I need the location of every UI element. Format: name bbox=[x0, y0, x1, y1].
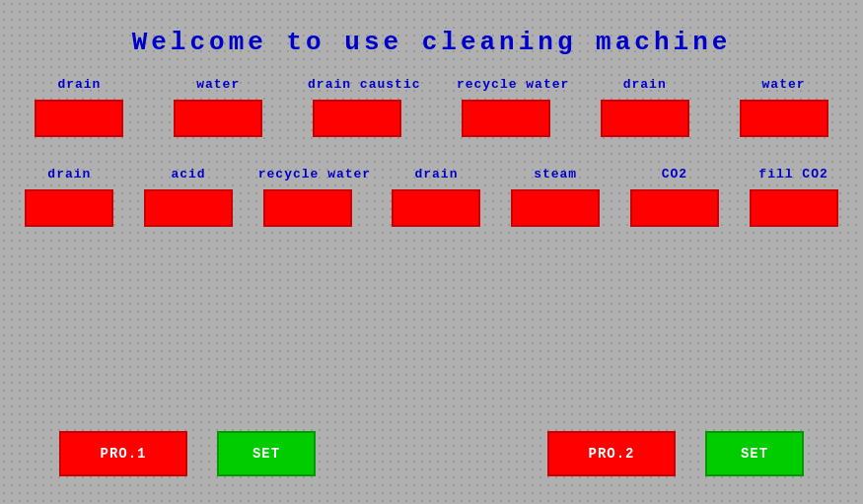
label-drain-caustic: drain caustic bbox=[308, 77, 406, 92]
bottom-group-1: PRO.1 SET bbox=[59, 431, 316, 476]
row1-labels: drain water drain caustic recycle water … bbox=[0, 77, 863, 92]
label-drain-3: drain bbox=[20, 167, 118, 181]
title: Welcome to use cleaning machine bbox=[0, 0, 863, 57]
set1-button[interactable]: SET bbox=[217, 431, 316, 476]
red-btn-2-6[interactable] bbox=[630, 189, 719, 227]
pro2-button[interactable]: PRO.2 bbox=[547, 431, 676, 476]
red-btn-1-4[interactable] bbox=[462, 100, 550, 137]
label-water-2: water bbox=[735, 77, 833, 92]
bottom-group-2: PRO.2 SET bbox=[547, 431, 804, 476]
red-btn-1-1[interactable] bbox=[35, 100, 123, 137]
label-co2: CO2 bbox=[625, 167, 724, 181]
red-btn-1-2[interactable] bbox=[174, 100, 262, 137]
red-btn-2-2[interactable] bbox=[144, 189, 233, 227]
red-btn-1-3[interactable] bbox=[313, 100, 401, 137]
label-drain-steam: drain bbox=[387, 167, 485, 181]
red-btn-2-7[interactable] bbox=[750, 189, 838, 227]
red-btn-2-5[interactable] bbox=[511, 189, 600, 227]
label-fill-co2: fill CO2 bbox=[745, 167, 843, 181]
row1-buttons bbox=[0, 100, 863, 137]
red-btn-1-5[interactable] bbox=[601, 100, 689, 137]
red-btn-2-3[interactable] bbox=[263, 189, 352, 227]
set2-button[interactable]: SET bbox=[705, 431, 804, 476]
label-drain-1: drain bbox=[30, 77, 128, 92]
row2-buttons bbox=[0, 189, 863, 227]
bottom-bar: PRO.1 SET PRO.2 SET bbox=[0, 431, 863, 476]
label-acid: acid bbox=[139, 167, 238, 181]
label-steam: steam bbox=[506, 167, 605, 181]
row2-labels: drain acid recycle water drain steam CO2… bbox=[0, 167, 863, 181]
red-btn-2-1[interactable] bbox=[25, 189, 113, 227]
label-drain-2: drain bbox=[596, 77, 694, 92]
red-btn-1-6[interactable] bbox=[740, 100, 828, 137]
red-btn-2-4[interactable] bbox=[392, 189, 480, 227]
label-water-1: water bbox=[169, 77, 267, 92]
pro1-button[interactable]: PRO.1 bbox=[59, 431, 187, 476]
label-recycle-water-2: recycle water bbox=[258, 167, 357, 181]
label-recycle-water-1: recycle water bbox=[457, 77, 555, 92]
